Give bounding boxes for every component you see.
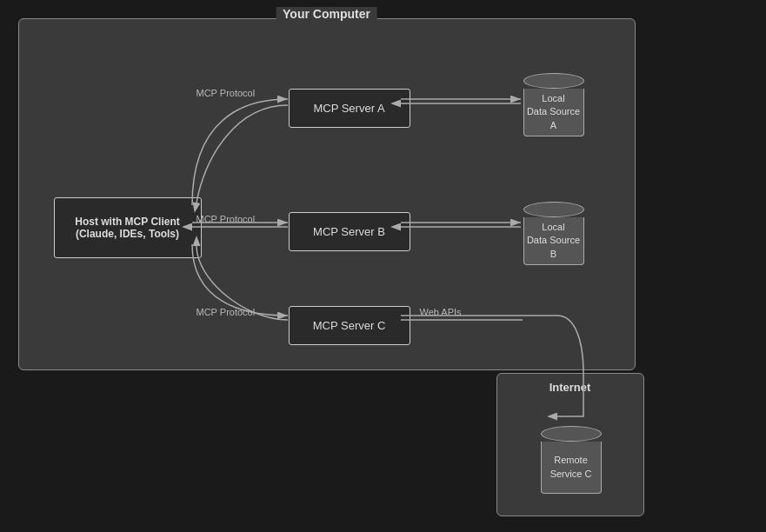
server-b-label: MCP Server B: [313, 225, 385, 238]
internet-box: Internet RemoteService C: [496, 373, 644, 516]
cyl-body-a: LocalData Source A: [523, 89, 584, 136]
ds-a-label: LocalData Source A: [524, 92, 583, 132]
remote-label: RemoteService C: [550, 454, 592, 481]
server-b-box: MCP Server B: [289, 212, 410, 251]
cyl-body-b: LocalData Source B: [523, 217, 584, 265]
host-box: Host with MCP Client(Claude, IDEs, Tools…: [54, 197, 202, 258]
datasource-b: LocalData Source B: [523, 202, 584, 265]
cyl-top-b: [523, 202, 584, 217]
your-computer-label: Your Computer: [276, 7, 377, 21]
arrow-label-a: MCP Protocol: [196, 88, 256, 98]
arrow-label-webapi: Web APIs: [420, 307, 462, 317]
server-a-label: MCP Server A: [313, 102, 384, 115]
cyl-top-remote: [541, 426, 602, 442]
arrow-label-b: MCP Protocol: [196, 214, 256, 224]
host-label: Host with MCP Client(Claude, IDEs, Tools…: [75, 216, 179, 240]
server-c-label: MCP Server C: [313, 319, 386, 332]
internet-label: Internet: [550, 381, 591, 394]
ds-b-label: LocalData Source B: [524, 221, 583, 261]
diagram-container: Your Computer Host with MCP Client(Claud…: [10, 10, 757, 522]
datasource-a: LocalData Source A: [523, 73, 584, 136]
cyl-body-remote: RemoteService C: [541, 442, 602, 494]
server-a-box: MCP Server A: [289, 89, 410, 128]
your-computer-box: Your Computer Host with MCP Client(Claud…: [18, 18, 636, 370]
server-c-box: MCP Server C: [289, 306, 410, 345]
arrow-label-c: MCP Protocol: [196, 307, 256, 317]
remote-service: RemoteService C: [541, 426, 602, 494]
cyl-top-a: [523, 73, 584, 89]
